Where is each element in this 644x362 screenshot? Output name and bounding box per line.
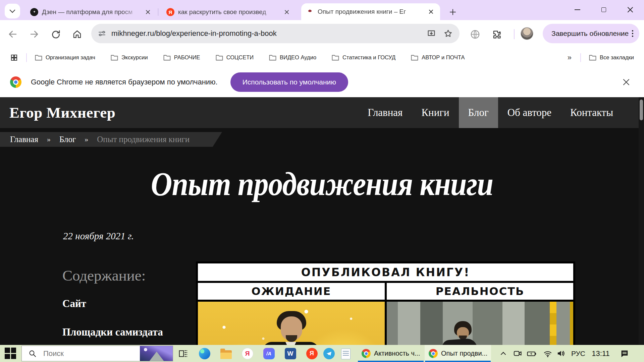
nav-item-home[interactable]: Главная [358,97,412,128]
meme-caption-reality: РЕАЛЬНОСТЬ [387,283,573,300]
bookmark-star-icon[interactable] [443,29,453,38]
start-button[interactable] [5,348,16,359]
toc-item-site[interactable]: Сайт [62,298,86,310]
url-input[interactable] [111,29,421,38]
sad-figure [443,321,483,345]
chrome-logo-icon [362,349,371,358]
meme-photo-expectation [198,302,385,345]
volume-button[interactable] [554,345,568,362]
back-button[interactable] [6,27,19,41]
site-header: Егор Михнегер Главная Книги Блог Об авто… [0,97,644,128]
nav-item-contacts[interactable]: Контакты [561,97,623,128]
reload-icon [51,29,61,39]
browser-toolbar: Завершить обновление [0,20,644,48]
taskbar-task-chrome-active[interactable]: Опыт продви... [425,345,491,362]
camera-icon [513,349,522,358]
site-brand[interactable]: Егор Михнегер [9,104,115,121]
bookmark-label: РАБОЧИЕ [174,54,200,61]
bookmark-folder-video-audio[interactable]: ВИДЕО Аудио [269,54,316,61]
bookmark-folder-excursions[interactable]: Экскурсии [111,54,148,61]
window-maximize-button[interactable] [594,0,613,19]
street-pole [550,302,556,345]
page-scrollbar-track[interactable] [639,97,644,345]
banner-close-button[interactable] [623,78,630,86]
meet-now-button[interactable] [511,345,524,362]
finish-update-button[interactable]: Завершить обновление [543,24,639,43]
tab-title: Опыт продвижения книги – Ег [318,8,423,15]
battery-button[interactable] [525,345,538,362]
bookmark-folder-work[interactable]: РАБОЧИЕ [163,54,200,61]
taskbar-search-box[interactable] [21,346,173,361]
language-indicator[interactable]: РУС [569,345,588,362]
notepad-icon[interactable] [340,348,352,359]
bookmarks-right-group: » Все закладки [568,53,634,62]
nav-item-about[interactable]: Об авторе [498,97,561,128]
bookmark-folder-author-mail[interactable]: АВТОР и ПОЧТА [411,54,465,61]
telegram-icon[interactable] [323,348,335,359]
bookmarks-overflow-button[interactable]: » [568,53,572,62]
clock[interactable]: 13:11 [590,345,612,362]
site-settings-tune-icon[interactable] [98,29,106,38]
tab-close-icon[interactable] [427,7,435,16]
new-tab-button[interactable] [446,5,460,19]
nav-item-books[interactable]: Книги [412,97,459,128]
window-close-button[interactable] [621,0,640,19]
street-pole [570,302,573,345]
yandex-search-app-icon[interactable]: Я [241,348,253,359]
page-scrollbar-thumb[interactable] [640,100,643,120]
tab-close-icon[interactable] [282,8,291,16]
folder-icon [35,55,42,61]
browser-tab-active[interactable]: Опыт продвижения книги – Ег [301,3,440,20]
bookmarks-separator [580,53,581,62]
profile-avatar[interactable] [521,27,533,40]
taskbar-search-input[interactable] [43,349,140,358]
globe-icon [470,29,480,40]
breadcrumb-home[interactable]: Главная [10,135,38,144]
forward-button[interactable] [28,27,41,41]
tray-expand-button[interactable] [497,345,509,362]
folder-icon [589,55,596,61]
tab-separator [158,8,158,16]
home-button[interactable] [70,27,84,41]
word-icon[interactable]: W [284,348,296,359]
nav-item-blog[interactable]: Блог [459,97,498,128]
edge-browser-icon[interactable] [199,348,210,359]
breadcrumb: Главная » Блог » Опыт продвижения книги [0,132,222,147]
toc-item-samizdat[interactable]: Площадки самиздата [62,326,163,338]
tab-close-icon[interactable] [144,8,152,16]
tab-title: Дзен — платформа для просм [42,8,140,16]
address-bar[interactable] [91,24,460,43]
bookmark-folder-social[interactable]: СОЦСЕТИ [216,54,254,61]
use-default-button[interactable]: Использовать по умолчанию [230,72,348,92]
taskbar-task-chrome-activity[interactable]: Активность ч... [358,345,424,362]
browser-tab-yandex-search[interactable]: Я как раскрутить свое произвед [162,4,296,20]
bookmark-folder-statistics[interactable]: Статистика и ГОСУД [332,54,395,61]
home-icon [72,29,82,39]
bookmark-folder-tasks[interactable]: Организация задач [35,54,95,61]
action-center-button[interactable] [617,345,632,362]
alice-app-icon[interactable]: /A [263,348,275,359]
install-icon[interactable] [427,29,436,38]
yandex-browser-icon[interactable]: Я [306,348,318,359]
toc-heading: Содержание: [62,267,146,284]
reload-button[interactable] [49,27,62,41]
task-view-button[interactable] [177,348,189,359]
extensions-button[interactable] [490,27,503,41]
time-label: 13:11 [592,349,609,358]
file-explorer-icon[interactable] [220,348,232,359]
bing-daily-image[interactable] [140,346,173,361]
apps-grid-button[interactable] [10,54,18,62]
tab-search-button[interactable] [5,4,20,18]
celebrity-figure [263,311,320,345]
globe-button[interactable] [468,27,482,41]
speaker-icon [556,349,566,358]
window-minimize-button[interactable] [568,0,587,19]
all-bookmarks-button[interactable]: Все закладки [589,54,634,61]
browser-tab-zen[interactable]: Дзен — платформа для просм [25,4,157,20]
chevron-up-icon [500,352,506,357]
menu-kebab-icon[interactable] [632,30,633,37]
breadcrumb-separator: » [47,135,51,144]
bookmark-label: Статистика и ГОСУД [342,54,395,61]
breadcrumb-blog[interactable]: Блог [59,135,76,144]
wifi-button[interactable] [541,345,554,362]
